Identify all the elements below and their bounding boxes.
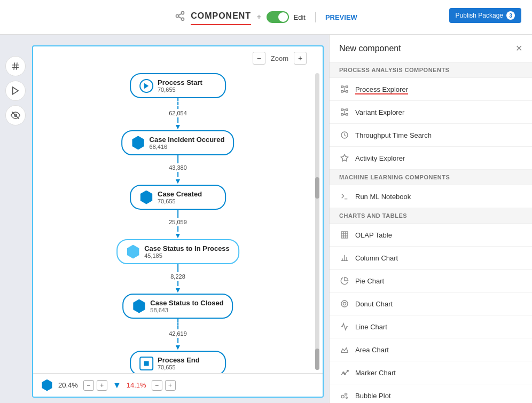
- svg-rect-16: [341, 91, 343, 92]
- svg-point-45: [347, 370, 349, 372]
- case-inprocess-text: Case Status to In Process 45,185: [144, 244, 230, 259]
- connector-arrow-1: ▼: [174, 123, 182, 130]
- hash-icon-button[interactable]: [5, 56, 26, 76]
- right-panel: New component ✕ PROCESS ANALYSIS COMPONE…: [329, 35, 532, 403]
- donut-chart-label: Donut Chart: [355, 300, 393, 308]
- panel-content: PROCESS ANALYSIS COMPONENTS Process Expl…: [330, 62, 532, 403]
- scroll-thumb-top: [315, 177, 319, 199]
- panel-item-run-ml[interactable]: Run ML Notebook: [330, 185, 532, 208]
- line-chart-icon: [339, 321, 350, 332]
- bottom-stepper-2: − +: [152, 380, 176, 391]
- panel-item-bubble-plot[interactable]: Bubble Plot: [330, 384, 532, 403]
- svg-point-47: [345, 393, 347, 395]
- stepper-minus-1[interactable]: −: [83, 380, 94, 391]
- case-incident-title: Case Incident Occured: [150, 136, 225, 144]
- svg-point-46: [341, 395, 344, 398]
- add-component-button[interactable]: +: [256, 12, 261, 22]
- eye-icon-button[interactable]: [5, 105, 26, 125]
- variant-explorer-icon: [339, 107, 350, 117]
- panel-close-button[interactable]: ✕: [515, 43, 522, 53]
- component-label: COMPONENT: [191, 11, 251, 23]
- connector-label-2: 43,380: [169, 164, 187, 171]
- case-inprocess-count: 45,185: [144, 252, 230, 259]
- process-start-shape: Process Start 70,655: [130, 73, 226, 98]
- stepper-plus-1[interactable]: +: [97, 380, 107, 391]
- panel-item-marker-chart[interactable]: Marker Chart: [330, 361, 532, 384]
- section-header-process: PROCESS ANALYSIS COMPONENTS: [330, 62, 532, 78]
- process-flow: Process Start 70,655 62,054 ▼: [116, 73, 239, 376]
- process-start-node: Process Start 70,655: [130, 73, 226, 98]
- bubble-plot-icon: [339, 390, 350, 401]
- connector-5: 42,619 ▼: [169, 319, 187, 351]
- zoom-in-button[interactable]: +: [294, 52, 307, 65]
- edit-toggle[interactable]: [267, 11, 289, 23]
- share-icon[interactable]: [175, 11, 185, 24]
- canvas-bottom-bar: 20.4% − + ▼ 14.1% − +: [33, 373, 323, 397]
- case-incident-node: Case Incident Occured 68,416: [122, 130, 234, 155]
- throughput-icon: [339, 130, 350, 140]
- section-header-charts: CHARTS AND TABLES: [330, 208, 532, 224]
- scroll-thumb-bottom: [315, 349, 319, 370]
- connector-3: 25,059 ▼: [169, 210, 187, 239]
- run-ml-label: Run ML Notebook: [355, 193, 411, 201]
- connector-label-1: 62,054: [169, 110, 187, 116]
- scroll-track[interactable]: [315, 73, 319, 370]
- line-chart-label: Line Chart: [355, 323, 387, 331]
- panel-item-column-chart[interactable]: Column Chart: [330, 247, 532, 270]
- connector-label-3: 25,059: [169, 219, 187, 225]
- activity-explorer-icon: [339, 153, 350, 163]
- svg-point-2: [182, 18, 184, 20]
- zoom-out-button[interactable]: −: [253, 52, 265, 65]
- connector-1: 62,054 ▼: [169, 98, 187, 130]
- case-closed-title: Case Status to Closed: [150, 299, 223, 307]
- stepper-plus-2[interactable]: +: [165, 380, 176, 391]
- panel-item-variant-explorer[interactable]: Variant Explorer: [330, 101, 532, 124]
- case-created-count: 70,655: [158, 198, 202, 204]
- olap-label: OLAP Table: [355, 231, 392, 239]
- play-icon-button[interactable]: [5, 81, 26, 101]
- svg-rect-23: [341, 114, 343, 115]
- panel-item-activity-explorer[interactable]: Activity Explorer: [330, 147, 532, 170]
- preview-button[interactable]: PREVIEW: [325, 13, 357, 21]
- svg-rect-15: [346, 86, 348, 88]
- panel-item-pie-chart[interactable]: Pie Chart: [330, 270, 532, 293]
- panel-item-olap[interactable]: OLAP Table: [330, 224, 532, 247]
- stepper-minus-2[interactable]: −: [152, 380, 162, 391]
- activity-explorer-label: Activity Explorer: [355, 154, 405, 162]
- process-container: − Zoom + Process Start: [32, 45, 324, 398]
- case-inprocess-title: Case Status to In Process: [144, 244, 230, 252]
- pie-chart-label: Pie Chart: [355, 277, 384, 285]
- svg-line-4: [178, 13, 182, 15]
- publish-badge: 3: [506, 11, 515, 20]
- marker-chart-label: Marker Chart: [355, 369, 396, 377]
- svg-line-3: [178, 17, 182, 18]
- connector-arrow-5: ▼: [174, 343, 182, 351]
- panel-item-process-explorer[interactable]: Process Explorer: [330, 78, 532, 101]
- publish-package-button[interactable]: Publish Package 3: [449, 8, 521, 23]
- case-created-node: Case Created 70,655: [130, 185, 226, 210]
- variant-explorer-label: Variant Explorer: [355, 108, 404, 116]
- bubble-plot-label: Bubble Plot: [355, 392, 391, 400]
- connector-4: 8,228 ▼: [170, 264, 185, 294]
- svg-marker-12: [144, 83, 148, 89]
- process-explorer-icon: [339, 84, 350, 94]
- svg-point-0: [182, 11, 184, 14]
- pie-chart-icon: [339, 275, 350, 286]
- top-bar: COMPONENT + Edit PREVIEW Publish Package…: [0, 0, 532, 35]
- panel-item-line-chart[interactable]: Line Chart: [330, 315, 532, 338]
- case-closed-node: Case Status to Closed 58,643: [122, 294, 233, 319]
- panel-item-area-chart[interactable]: Area Chart: [330, 338, 532, 361]
- process-start-title: Process Start: [158, 78, 202, 86]
- svg-point-43: [343, 372, 345, 374]
- svg-rect-14: [341, 86, 343, 88]
- panel-item-throughput[interactable]: Throughput Time Search: [330, 124, 532, 147]
- connector-arrow-4: ▼: [174, 286, 182, 294]
- process-end-title: Process End: [158, 356, 200, 364]
- case-closed-shape: Case Status to Closed 58,643: [122, 294, 233, 319]
- svg-rect-31: [341, 232, 348, 238]
- case-inprocess-icon: [126, 245, 140, 259]
- area-chart-icon: [339, 344, 350, 355]
- case-inprocess-shape: Case Status to In Process 45,185: [116, 239, 239, 264]
- case-created-shape: Case Created 70,655: [130, 185, 226, 210]
- panel-item-donut-chart[interactable]: Donut Chart: [330, 293, 532, 315]
